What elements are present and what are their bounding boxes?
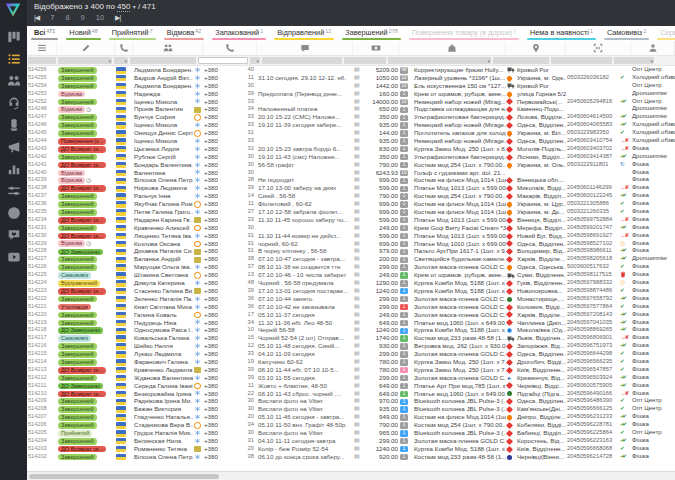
- status-tab[interactable]: Запакований1: [208, 26, 270, 41]
- order-row[interactable]: 514228ДО ЗавершеноДихавка Наталія Си...+…: [27, 247, 675, 255]
- status-tab[interactable]: Сервіси0: [653, 26, 675, 41]
- order-row[interactable]: 514245ЗавершенийОнищук Денис Сергі...+38…: [27, 129, 675, 137]
- filter-box[interactable]: ▾: [614, 57, 654, 64]
- order-row[interactable]: 514252ЗавершенийІщенко Микола+38033▤1400…: [27, 98, 675, 106]
- order-row[interactable]: 514212ЗавершенийЖданова Валентина+380390…: [27, 374, 675, 382]
- order-row[interactable]: 514224ВідправленийДимула Катерина+38048Ч…: [27, 279, 675, 287]
- sidebar-item-calls-icon[interactable]: [7, 118, 21, 132]
- order-row[interactable]: 514235ЗавершенийПетяк Галина Григо...+38…: [27, 208, 675, 216]
- filter-dropdown-icon[interactable]: ▾: [108, 57, 111, 65]
- order-row[interactable]: 514255ЗавершенийБадров Андрій Вікт...+38…: [27, 74, 675, 82]
- order-row[interactable]: 514225СамовивізШтакина Светлана+3801307.…: [27, 271, 675, 279]
- order-row[interactable]: 514218ДО ЗавершеноОдносумова Раіса І...+…: [27, 326, 675, 334]
- sidebar-item-settings-icon[interactable]: [7, 184, 21, 198]
- order-row[interactable]: 514256ЗавершенийЛюдмила Бондарен...+3804…: [27, 66, 675, 74]
- column-ttn-header[interactable]: [566, 41, 631, 55]
- status-tab[interactable]: Нема в наявності1: [523, 26, 600, 41]
- status-tab[interactable]: Прийнятий7: [105, 26, 160, 41]
- sidebar-item-kanban-icon[interactable]: [7, 30, 21, 44]
- order-row[interactable]: 514246ЗавершенийІщенко Микола+3803319.10…: [27, 121, 675, 129]
- app-logo[interactable]: [4, 2, 22, 18]
- order-row[interactable]: 514217СамовивізКовальська Галина+38015Чо…: [27, 334, 675, 342]
- sidebar-item-info-icon[interactable]: [7, 206, 21, 220]
- filter-box[interactable]: [493, 57, 549, 64]
- filter-box[interactable]: [130, 57, 196, 64]
- filter-box[interactable]: [344, 57, 386, 64]
- filter-box[interactable]: [551, 57, 612, 64]
- order-row[interactable]: 514237ЗавершенийРальчук Інна+38014Синій …: [27, 192, 675, 200]
- filter-box[interactable]: [262, 57, 342, 64]
- filter-dropdown-icon[interactable]: ▾: [487, 57, 490, 65]
- order-row[interactable]: 514231ЗавершенийКравченко Алексей+38030▤…: [27, 224, 675, 232]
- order-row[interactable]: 514227ЗавершенийБаланюк Андрій+3803807.1…: [27, 255, 675, 263]
- order-row[interactable]: 514242ЗавершенийРублюк Сергій+3803019.10…: [27, 153, 675, 161]
- order-row[interactable]: 514204ЗавершенийБелинская Нила+3803104.1…: [27, 437, 675, 445]
- page-number-button[interactable]: 9: [81, 13, 85, 22]
- filter-dropdown-icon[interactable]: ▾: [256, 57, 259, 65]
- order-row[interactable]: 514210ДО Возврат ск...Безкоровайна Ірина…: [27, 390, 675, 398]
- sidebar-item-statistics-icon[interactable]: [7, 162, 21, 176]
- order-row[interactable]: 514243ДО Возврат ск...Цыганюк Лидия+3803…: [27, 145, 675, 153]
- page-number-button[interactable]: 7: [50, 13, 54, 22]
- order-row[interactable]: 514208ЗавершенийБажан Виктория+38030Висл…: [27, 405, 675, 413]
- order-row[interactable]: 514241ДО Возврат ск...Бондарь Валентина.…: [27, 161, 675, 169]
- order-row[interactable]: 514236ЗавершенийЯкубчак Галина Ром...+38…: [27, 200, 675, 208]
- page-size-dropdown[interactable]: 450: [117, 2, 130, 12]
- order-row[interactable]: 514247ЗавершенийБунчук София+3803320.10 …: [27, 113, 675, 121]
- column-phone-header[interactable]: [203, 41, 257, 55]
- order-row[interactable]: 514254ЗавершенийЛюдмила Бондарен...+3803…: [27, 82, 675, 90]
- order-row[interactable]: 514230ДО Возврат ск...Лященко Тетяна Іва…: [27, 232, 675, 240]
- filter-box[interactable]: [28, 57, 56, 64]
- sidebar-item-video-tutorials-icon[interactable]: [7, 250, 21, 264]
- scrollbar-thumb[interactable]: [29, 474, 219, 479]
- order-row[interactable]: 514215ЗавершенийЛукаш Людмила+3803304.10…: [27, 350, 675, 358]
- order-row[interactable]: 514211ДО ЗавершеноСереда Галина Івані...…: [27, 382, 675, 390]
- horizontal-scrollbar[interactable]: [27, 471, 675, 480]
- column-channel-header[interactable]: [115, 41, 133, 55]
- filter-box[interactable]: ▾: [58, 57, 112, 64]
- column-status-header[interactable]: [57, 41, 115, 55]
- order-row[interactable]: 514220ЗавершенийГалина Коваль+3801705.10…: [27, 311, 675, 319]
- order-row[interactable]: 514239Відмова◷Білоока Олена Петр...+3803…: [27, 176, 675, 184]
- order-row[interactable]: 514206ЗавершенийСтадникова Вера В...+380…: [27, 421, 675, 429]
- sidebar-item-support-icon[interactable]: [7, 228, 21, 242]
- filter-box[interactable]: ▾: [250, 57, 260, 64]
- status-tab[interactable]: Повернення товару (в дорозі)0: [405, 26, 523, 41]
- page-number-button[interactable]: 10: [96, 13, 104, 22]
- filter-input[interactable]: [198, 57, 248, 64]
- order-row[interactable]: 514214ЗавершенийФаранович Галина+38019Ка…: [27, 358, 675, 366]
- column-delivery-header[interactable]: [506, 41, 566, 55]
- order-row[interactable]: 514240ВідмоваВалентина+38030▤6243.9310Го…: [27, 169, 675, 177]
- order-row[interactable]: 514244Повернення (з...Іщенко Микола+3803…: [27, 137, 675, 145]
- column-comment-header[interactable]: [257, 41, 353, 55]
- status-tab[interactable]: Відправлений12: [270, 26, 338, 41]
- column-manager-header[interactable]: [631, 41, 675, 55]
- sidebar-item-counterparties-icon[interactable]: [7, 96, 21, 110]
- order-row[interactable]: 514213ДО Возврат ск...Кравченко Людмила+…: [27, 366, 675, 374]
- sidebar-item-orders-icon[interactable]: [7, 52, 21, 66]
- status-tab[interactable]: Самовивіз2: [600, 26, 653, 41]
- order-row[interactable]: 514207ЗавершенийГладченко Наталья...+380…: [27, 413, 675, 421]
- column-client-header[interactable]: [133, 41, 203, 55]
- column-payment-header[interactable]: [353, 41, 399, 55]
- order-row[interactable]: 514229Відмова◷Козлова Оксана+38031чорний…: [27, 240, 675, 248]
- filter-box[interactable]: ▾: [388, 57, 491, 64]
- last-page-button[interactable]: ▶|: [115, 14, 120, 22]
- order-row[interactable]: 514203ДО Возврат ск...Романенко Тетяна+3…: [27, 445, 675, 453]
- filter-dropdown-icon[interactable]: ▾: [650, 57, 653, 65]
- sidebar-item-marketing-icon[interactable]: [7, 140, 21, 154]
- order-row[interactable]: 514223ДО Возврат ск...Стасенко Галина Ви…: [27, 287, 675, 295]
- order-row[interactable]: 514248Відмова◷Пронів Валентин+38034Налож…: [27, 105, 675, 113]
- filter-box[interactable]: ▾: [114, 57, 128, 64]
- order-row[interactable]: 514221УтилізаціяКнап Світлана Миха...+38…: [27, 303, 675, 311]
- status-tab[interactable]: Новий48: [62, 26, 104, 41]
- status-tab[interactable]: Відмова42: [160, 26, 209, 41]
- order-row[interactable]: 514226ЗавершенийМарущак Ольга Іва...+380…: [27, 263, 675, 271]
- order-row[interactable]: 514253ВідмоваНадежда+38039Предоплата (Пе…: [27, 90, 675, 98]
- column-id-header[interactable]: [27, 41, 57, 55]
- order-row[interactable]: 514216ЗавершенийШейко Нелля+3801205.10 1…: [27, 342, 675, 350]
- order-row[interactable]: 514222ЗавершенийЗеленко Наталія Па...+38…: [27, 295, 675, 303]
- status-tab[interactable]: Завершений278: [338, 26, 404, 41]
- sidebar-item-clients-icon[interactable]: [7, 74, 21, 88]
- page-number-button[interactable]: 8: [65, 13, 69, 22]
